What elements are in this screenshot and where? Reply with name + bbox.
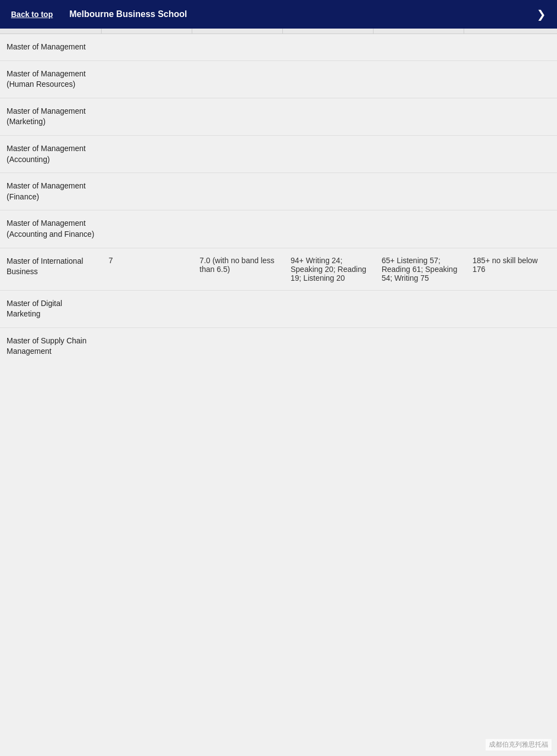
course-name-cell: Master of Management (Accounting and Fin… (0, 210, 102, 248)
cambridge-cell (466, 327, 557, 365)
toefl-cell (193, 60, 284, 98)
c1-cell: 65+ Listening 57; Reading 61; Speaking 5… (375, 248, 466, 290)
ielts-cell (102, 290, 193, 327)
cambridge-cell (466, 290, 557, 327)
pte-cell (284, 34, 375, 60)
ielts-cell: 7 (102, 248, 193, 290)
c1-cell (375, 98, 466, 135)
chevron-button[interactable]: ❯ (526, 8, 557, 21)
pte-cell (284, 60, 375, 98)
pte-cell (284, 98, 375, 135)
c1-cell (375, 327, 466, 365)
cambridge-cell (466, 34, 557, 60)
school-title: Melbourne Business School (64, 9, 526, 19)
c1-cell (375, 34, 466, 60)
course-name-cell: Master of International Business (0, 248, 102, 290)
course-name-cell: Master of Management (Finance) (0, 173, 102, 210)
table-row: Master of Digital Marketing (0, 290, 557, 327)
pte-cell (284, 173, 375, 210)
cambridge-cell (466, 210, 557, 248)
ielts-cell (102, 34, 193, 60)
ielts-cell (102, 98, 193, 135)
pte-cell: 94+ Writing 24; Speaking 20; Reading 19;… (284, 248, 375, 290)
table-row: Master of Supply Chain Management (0, 327, 557, 365)
course-name-cell: Master of Management (Accounting) (0, 135, 102, 173)
ielts-cell (102, 210, 193, 248)
table-row: Master of International Business77.0 (wi… (0, 248, 557, 290)
cambridge-cell (466, 60, 557, 98)
course-name: Master of Management (Accounting) (7, 144, 86, 164)
cambridge-cell: 185+ no skill below 176 (466, 248, 557, 290)
ielts-cell (102, 173, 193, 210)
column-divider-row (0, 29, 557, 34)
back-to-top-button[interactable]: Back to top (0, 10, 64, 19)
header-bar: Back to top Melbourne Business School ❯ (0, 0, 557, 29)
course-name: Master of Management (Human Resources) (7, 69, 86, 89)
table-row: Master of Management (Marketing) (0, 98, 557, 135)
pte-cell (284, 135, 375, 173)
course-name-cell: Master of Management (0, 34, 102, 60)
toefl-cell (193, 327, 284, 365)
table-row: Master of Management (Human Resources) (0, 60, 557, 98)
course-name: Master of Digital Marketing (7, 299, 62, 319)
toefl-cell (193, 34, 284, 60)
ielts-cell (102, 327, 193, 365)
toefl-cell (193, 98, 284, 135)
cambridge-cell (466, 135, 557, 173)
course-name-cell: Master of Management (Human Resources) (0, 60, 102, 98)
course-name: Master of Management (7, 42, 86, 51)
c1-cell (375, 290, 466, 327)
ielts-cell (102, 60, 193, 98)
ielts-cell (102, 135, 193, 173)
toefl-cell (193, 135, 284, 173)
toefl-cell (193, 210, 284, 248)
cambridge-cell (466, 98, 557, 135)
course-name: Master of Management (Marketing) (7, 107, 86, 126)
course-name-cell: Master of Management (Marketing) (0, 98, 102, 135)
c1-cell (375, 135, 466, 173)
toefl-cell (193, 173, 284, 210)
c1-cell (375, 60, 466, 98)
course-name: Master of Management (Accounting and Fin… (7, 219, 94, 238)
table-row: Master of Management (Finance) (0, 173, 557, 210)
pte-cell (284, 290, 375, 327)
pte-cell (284, 210, 375, 248)
course-name-cell: Master of Supply Chain Management (0, 327, 102, 365)
course-name: Master of Supply Chain Management (7, 336, 87, 356)
course-name: Master of Management (Finance) (7, 181, 86, 201)
main-content: Master of ManagementMaster of Management… (0, 34, 557, 365)
toefl-cell (193, 290, 284, 327)
table-row: Master of Management (Accounting) (0, 135, 557, 173)
c1-cell (375, 173, 466, 210)
courses-table: Master of ManagementMaster of Management… (0, 34, 557, 365)
pte-cell (284, 327, 375, 365)
c1-cell (375, 210, 466, 248)
course-name: Master of International Business (7, 257, 83, 276)
watermark: 成都伯克列雅思托福 (486, 739, 552, 751)
toefl-cell: 7.0 (with no band less than 6.5) (193, 248, 284, 290)
course-name-cell: Master of Digital Marketing (0, 290, 102, 327)
cambridge-cell (466, 173, 557, 210)
table-row: Master of Management (Accounting and Fin… (0, 210, 557, 248)
table-row: Master of Management (0, 34, 557, 60)
